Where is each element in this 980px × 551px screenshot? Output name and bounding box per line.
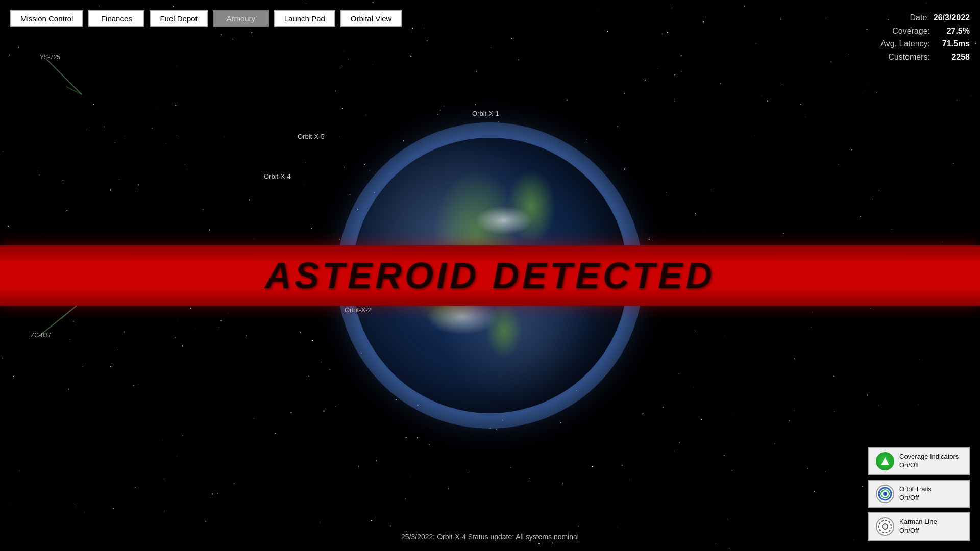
toggle-btn-coverage-indicators[interactable]: Coverage Indicators On/Off (868, 447, 970, 475)
orbit-trails-icon (876, 485, 894, 503)
nav-btn-armoury[interactable]: Armoury (213, 10, 269, 27)
coverage-value: 27.5% (934, 24, 970, 38)
asteroid-label-zc-837: ZC-837 (31, 332, 51, 339)
latency-value: 71.5ms (934, 37, 970, 51)
toggle-btn-label-orbit-trails: Orbit Trails On/Off (899, 485, 932, 503)
asteroid-label-ys-725: YS-725 (40, 54, 60, 61)
nav-btn-orbital-view[interactable]: Orbital View (340, 10, 402, 27)
orbit-label-orbit-x-1: Orbit-X-1 (472, 110, 499, 117)
bottom-right-buttons: Coverage Indicators On/OffOrbit Trails O… (868, 447, 970, 541)
svg-point-8 (879, 520, 891, 533)
toggle-btn-karman-line[interactable]: Karman Line On/Off (868, 512, 970, 541)
orbit-label-orbit-x-2: Orbit-X-2 (345, 306, 372, 314)
toggle-btn-orbit-trails[interactable]: Orbit Trails On/Off (868, 480, 970, 508)
orbit-label-orbit-x-4: Orbit-X-4 (264, 172, 291, 180)
navbar: Mission ControlFinancesFuel DepotArmoury… (10, 10, 402, 27)
nav-btn-mission-control[interactable]: Mission Control (10, 10, 83, 27)
customers-value: 2258 (934, 51, 970, 64)
toggle-btn-label-karman-line: Karman Line On/Off (899, 518, 937, 535)
stats-panel: Date: 26/3/2022 Coverage: 27.5% Avg. Lat… (880, 11, 970, 63)
nav-btn-fuel-depot[interactable]: Fuel Depot (150, 10, 207, 27)
customers-label: Customers: (888, 51, 930, 64)
alert-text: ASTEROID DETECTED (265, 255, 715, 296)
coverage-icon (876, 452, 894, 470)
svg-point-7 (883, 492, 887, 496)
latency-label: Avg. Latency: (880, 37, 930, 51)
toggle-btn-label-coverage-indicators: Coverage Indicators On/Off (899, 453, 959, 470)
status-bar: 25/3/2022: Orbit-X-4 Status update: All … (401, 533, 579, 541)
date-value: 26/3/2022 (934, 11, 970, 24)
karman-icon (876, 517, 894, 536)
svg-marker-4 (881, 457, 889, 465)
status-text: 25/3/2022: Orbit-X-4 Status update: All … (401, 533, 579, 541)
alert-banner: ASTEROID DETECTED (0, 245, 980, 306)
coverage-label: Coverage: (892, 24, 930, 38)
svg-point-9 (883, 524, 888, 529)
orbit-label-orbit-x-5: Orbit-X-5 (298, 133, 325, 140)
nav-btn-launch-pad[interactable]: Launch Pad (274, 10, 335, 27)
nav-btn-finances[interactable]: Finances (88, 10, 144, 27)
date-label: Date: (910, 11, 929, 24)
